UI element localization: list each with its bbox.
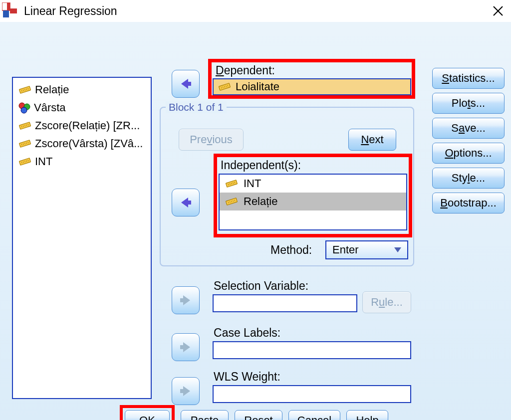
source-var-item[interactable]: Zscore(Relație) [ZR... [15,117,149,135]
plots-button[interactable]: Plots... [432,93,505,114]
source-var-item[interactable]: Relație [15,81,149,99]
source-variable-list[interactable]: Relație Vârsta Zscore(Relație) [ZR... Zs… [12,77,152,399]
block-legend: Block 1 of 1 [166,101,227,113]
selection-variable-label: Selection Variable: [214,279,308,293]
reset-button[interactable]: Reset [235,410,282,420]
source-var-item[interactable]: INT [15,153,149,171]
independent-item[interactable]: Relație [220,193,406,210]
ok-button[interactable]: OK [125,410,170,420]
transfer-case-labels-button[interactable] [172,333,200,361]
arrow-left-icon [178,195,193,210]
next-button[interactable]: Next [348,129,396,151]
statistics-button[interactable]: Statistics... [432,68,505,89]
transfer-dependent-button[interactable] [172,70,200,98]
dependent-box[interactable]: Loialitate [213,78,411,95]
dropdown-triangle-icon [394,247,401,252]
dialog-body: Relație Vârsta Zscore(Relație) [ZR... Zs… [0,22,511,420]
style-button[interactable]: Style... [432,168,505,189]
case-labels-label: Case Labels: [214,326,280,340]
arrow-left-icon [178,76,193,91]
transfer-independent-button[interactable] [172,189,200,216]
bootstrap-button[interactable]: Bootstrap... [432,193,505,213]
previous-button: Previous [179,129,244,151]
wls-weight-box[interactable] [213,385,411,403]
scale-icon [18,139,32,149]
paste-button[interactable]: Paste [181,410,229,420]
scale-icon [225,197,239,207]
app-icon [2,2,19,19]
highlight-box-ok: OK [120,405,175,420]
wls-weight-label: WLS Weight: [214,370,280,384]
case-labels-box[interactable] [213,341,411,359]
source-var-item[interactable]: Zscore(Vârsta) [ZVâ... [15,135,149,153]
save-button[interactable]: Save... [432,118,505,139]
block-fieldset: Block 1 of 1 Previous Next Independent(s… [160,107,414,266]
scale-icon [18,121,32,131]
selection-variable-box[interactable] [213,294,357,312]
scale-icon [225,179,239,189]
window-title: Linear Regression [24,4,117,18]
independents-box[interactable]: INT Relație [219,174,407,230]
close-button[interactable] [489,2,507,20]
method-label: Method: [270,243,312,257]
arrow-right-icon [178,340,193,355]
arrow-right-icon [178,384,193,399]
title-bar: Linear Regression [0,0,511,22]
options-button[interactable]: Options... [432,143,505,164]
transfer-selection-var-button[interactable] [172,286,200,314]
independents-label: Independent(s): [221,159,301,172]
arrow-right-icon [178,293,193,308]
help-button[interactable]: Help [346,410,388,420]
transfer-wls-weight-button[interactable] [172,377,200,405]
dependent-item[interactable]: Loialitate [214,79,410,94]
method-select[interactable]: Enter [325,240,408,259]
nominal-icon [18,102,31,114]
rule-button: Rule... [362,291,411,313]
source-var-item[interactable]: Vârsta [15,99,149,117]
scale-icon [218,82,232,92]
cancel-button[interactable]: Cancel [288,410,340,420]
dependent-label: Dependent: [216,64,275,77]
scale-icon [18,157,32,167]
scale-icon [18,85,32,95]
independent-item[interactable]: INT [220,175,406,193]
